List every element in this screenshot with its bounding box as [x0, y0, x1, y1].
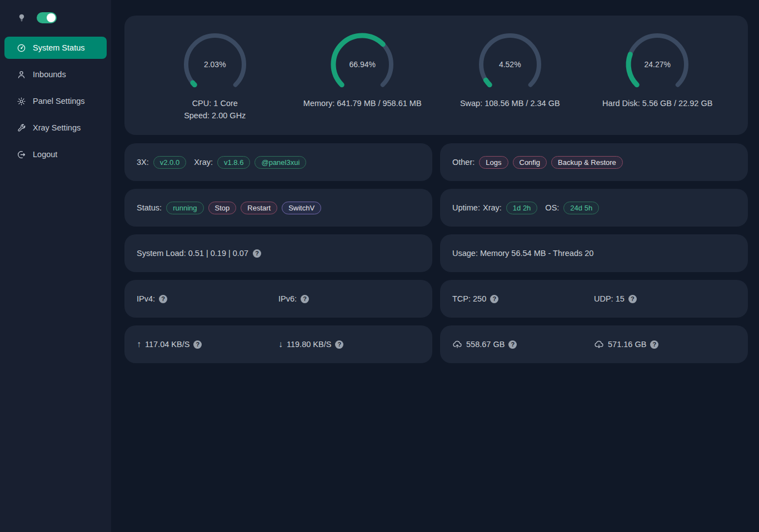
panel-version-tag[interactable]: v2.0.0: [153, 156, 186, 169]
swap-label: Swap: 108.56 MB / 2.34 GB: [460, 98, 560, 110]
arrow-down-icon: ↓: [278, 339, 283, 349]
sidebar-item-xray-settings[interactable]: Xray Settings: [4, 117, 107, 139]
gear-icon: [17, 97, 26, 106]
download-speed-cell: ↓ 119.80 KB/S ?: [278, 339, 420, 349]
sidebar-item-system-status[interactable]: System Status: [4, 37, 107, 59]
sidebar: System Status Inbounds Panel Settings Xr…: [0, 0, 111, 532]
uptime-os-badge: 24d 5h: [563, 202, 599, 214]
backup-restore-button[interactable]: Backup & Restore: [551, 156, 623, 169]
upload-speed-text: 117.04 KB/S: [145, 340, 189, 349]
ip-card: IPv4: ? IPv6: ?: [124, 280, 432, 318]
cpu-label: CPU: 1 Core: [192, 98, 238, 110]
tcp-help-icon[interactable]: ?: [490, 295, 498, 303]
upload-speed-help-icon[interactable]: ?: [193, 340, 202, 349]
network-speed-card: ↑ 117.04 KB/S ? ↓ 119.80 KB/S ?: [124, 325, 432, 363]
tcp-count-text: TCP: 250: [452, 294, 486, 303]
sent-traffic-cell: 558.67 GB ?: [452, 339, 594, 349]
system-load-text: System Load: 0.51 | 0.19 | 0.07: [137, 249, 248, 258]
panel-version-label: 3X:: [137, 158, 149, 167]
other-label: Other:: [452, 158, 475, 167]
uptime-label: Uptime:: [452, 203, 480, 212]
sidebar-item-panel-settings[interactable]: Panel Settings: [4, 90, 107, 112]
ipv6-cell: IPv6: ?: [278, 294, 420, 303]
gauge-memory: 66.94% Memory: 641.79 MB / 958.61 MB: [289, 31, 437, 110]
sidebar-item-label: Logout: [33, 150, 57, 159]
disk-percent: 24.27%: [624, 31, 691, 98]
sent-traffic-help-icon[interactable]: ?: [508, 340, 517, 349]
sidebar-item-label: Panel Settings: [33, 97, 85, 106]
swap-percent: 4.52%: [477, 31, 543, 98]
status-label: Status:: [137, 203, 162, 212]
wrench-icon: [17, 123, 26, 133]
sidebar-item-logout[interactable]: Logout: [4, 143, 107, 165]
arrow-up-icon: ↑: [137, 339, 141, 349]
cloud-download-icon: [594, 339, 604, 349]
ipv4-cell: IPv4: ?: [137, 294, 278, 303]
gauge-hard-disk: 24.27% Hard Disk: 5.56 GB / 22.92 GB: [584, 31, 732, 110]
xray-version-label: Xray:: [194, 158, 213, 167]
ipv6-label: IPv6:: [278, 294, 297, 303]
uptime-os-label: OS:: [545, 203, 559, 212]
system-load-help-icon[interactable]: ?: [253, 249, 261, 258]
config-button[interactable]: Config: [513, 156, 547, 169]
memory-label: Memory: 641.79 MB / 958.61 MB: [303, 98, 422, 110]
logs-button[interactable]: Logs: [479, 156, 508, 169]
memory-percent: 66.94%: [329, 31, 396, 98]
tcp-cell: TCP: 250 ?: [452, 294, 594, 303]
ipv6-help-icon[interactable]: ?: [301, 295, 309, 303]
ipv4-label: IPv4:: [137, 294, 155, 303]
toggle-knob: [47, 13, 56, 22]
xray-version-tag[interactable]: v1.8.6: [217, 156, 250, 169]
uptime-card: Uptime: Xray: 1d 2h OS: 24d 5h: [440, 189, 748, 227]
user-icon: [17, 70, 26, 79]
received-traffic-cell: 571.16 GB ?: [594, 339, 736, 349]
upload-speed-cell: ↑ 117.04 KB/S ?: [137, 339, 278, 349]
sidebar-item-label: Xray Settings: [33, 123, 81, 132]
info-rows: 3X: v2.0.0 Xray: v1.8.6 @panel3xui Other…: [124, 143, 748, 363]
theme-row: [0, 10, 111, 26]
sidebar-item-inbounds[interactable]: Inbounds: [4, 63, 107, 86]
cpu-speed-label: Speed: 2.00 GHz: [184, 110, 246, 122]
main-content: 2.03% CPU: 1 Core Speed: 2.00 GHz 66.94%…: [111, 0, 759, 532]
sidebar-item-label: Inbounds: [33, 70, 66, 79]
gauge-swap: 4.52% Swap: 108.56 MB / 2.34 GB: [436, 31, 584, 110]
connections-card: TCP: 250 ? UDP: 15 ?: [440, 280, 748, 318]
uptime-xray-badge: 1d 2h: [506, 202, 538, 214]
status-card: Status: running Stop Restart SwitchV: [124, 189, 432, 227]
disk-label: Hard Disk: 5.56 GB / 22.92 GB: [602, 98, 712, 110]
udp-count-text: UDP: 15: [594, 294, 625, 303]
cloud-upload-icon: [452, 339, 462, 349]
received-traffic-text: 571.16 GB: [608, 340, 646, 349]
restart-button[interactable]: Restart: [241, 202, 277, 214]
version-card: 3X: v2.0.0 Xray: v1.8.6 @panel3xui: [124, 143, 432, 181]
dark-mode-toggle[interactable]: [37, 12, 57, 23]
lightbulb-icon: [17, 12, 26, 23]
received-traffic-help-icon[interactable]: ?: [650, 340, 658, 349]
total-traffic-card: 558.67 GB ? 571.16 GB ?: [440, 325, 748, 363]
telegram-tag[interactable]: @panel3xui: [254, 156, 306, 169]
udp-cell: UDP: 15 ?: [594, 294, 736, 303]
sidebar-item-label: System Status: [33, 43, 84, 52]
other-card: Other: Logs Config Backup & Restore: [440, 143, 748, 181]
status-running-badge: running: [166, 202, 203, 214]
sidebar-menu: System Status Inbounds Panel Settings Xr…: [0, 37, 111, 165]
udp-help-icon[interactable]: ?: [628, 295, 637, 303]
uptime-xray-label: Xray:: [483, 203, 502, 212]
download-speed-text: 119.80 KB/S: [287, 340, 331, 349]
usage-text: Usage: Memory 56.54 MB - Threads 20: [452, 249, 593, 258]
stop-button[interactable]: Stop: [208, 202, 237, 214]
dashboard-icon: [17, 43, 26, 53]
ipv4-help-icon[interactable]: ?: [159, 295, 167, 303]
sent-traffic-text: 558.67 GB: [466, 340, 505, 349]
logout-icon: [17, 150, 26, 159]
gauge-cpu: 2.03% CPU: 1 Core Speed: 2.00 GHz: [141, 31, 289, 122]
download-speed-help-icon[interactable]: ?: [335, 340, 343, 349]
system-load-card: System Load: 0.51 | 0.19 | 0.07 ?: [124, 234, 432, 272]
cpu-percent: 2.03%: [182, 31, 248, 98]
switch-version-button[interactable]: SwitchV: [282, 202, 321, 214]
usage-card: Usage: Memory 56.54 MB - Threads 20: [440, 234, 748, 272]
gauges-card: 2.03% CPU: 1 Core Speed: 2.00 GHz 66.94%…: [124, 16, 748, 135]
